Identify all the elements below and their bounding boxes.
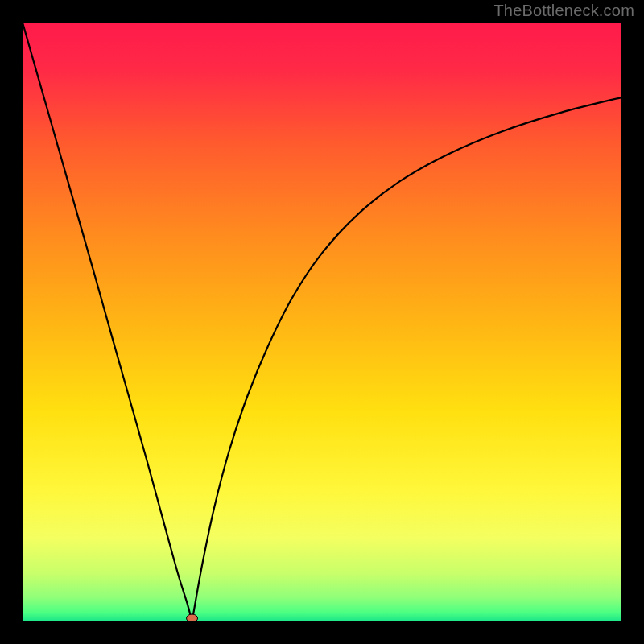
watermark-text: TheBottleneck.com xyxy=(493,2,634,20)
minimum-marker xyxy=(187,614,198,621)
gradient-background xyxy=(23,23,621,621)
chart-svg xyxy=(23,23,621,621)
plot-area xyxy=(23,23,621,621)
chart-frame: TheBottleneck.com xyxy=(0,0,644,644)
